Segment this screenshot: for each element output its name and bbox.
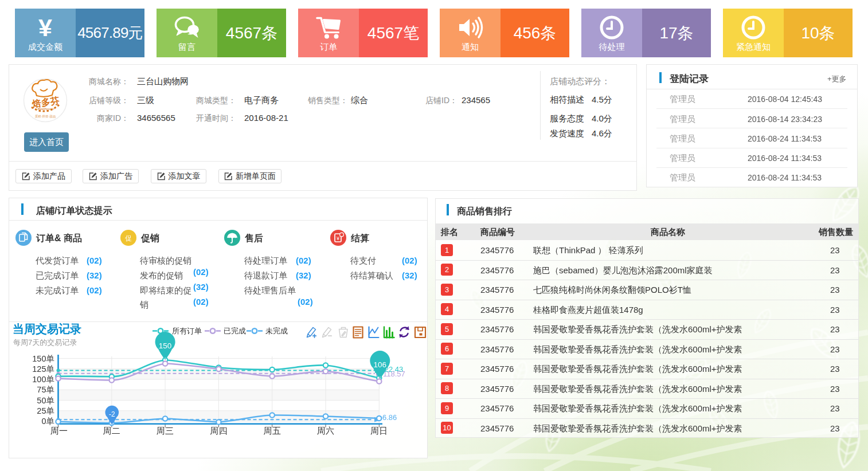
svg-text:周三: 周三 <box>157 426 174 435</box>
svg-text:150单: 150单 <box>32 354 54 363</box>
svg-text:118.57: 118.57 <box>383 370 405 378</box>
svg-text:未完成: 未完成 <box>265 327 288 335</box>
svg-text:106: 106 <box>374 360 387 369</box>
svg-text:已完成: 已完成 <box>224 327 246 335</box>
svg-text:蛋糕·烘焙·甜品: 蛋糕·烘焙·甜品 <box>35 114 56 119</box>
svg-text:0单: 0单 <box>41 417 54 426</box>
svg-text:-2: -2 <box>109 410 115 418</box>
svg-text:当周交易记录: 当周交易记录 <box>13 323 81 335</box>
svg-text:125单: 125单 <box>32 364 54 374</box>
svg-text:周四: 周四 <box>210 426 227 435</box>
svg-text:周日: 周日 <box>370 426 388 435</box>
svg-text:25单: 25单 <box>37 406 54 415</box>
svg-text:75单: 75单 <box>37 385 54 394</box>
svg-text:¥: ¥ <box>336 236 340 241</box>
svg-text:促: 促 <box>125 234 132 242</box>
svg-text:周六: 周六 <box>317 426 334 435</box>
svg-text:周一: 周一 <box>50 426 68 435</box>
svg-text:周五: 周五 <box>264 426 281 435</box>
svg-text:6.86: 6.86 <box>382 413 397 422</box>
svg-text:100单: 100单 <box>32 375 54 384</box>
svg-text:周二: 周二 <box>103 426 120 435</box>
svg-text:所有订单: 所有订单 <box>172 327 202 335</box>
svg-text:150: 150 <box>159 342 172 350</box>
svg-text:50单: 50单 <box>37 396 54 405</box>
svg-text:每周7天的交易记录: 每周7天的交易记录 <box>13 338 77 347</box>
